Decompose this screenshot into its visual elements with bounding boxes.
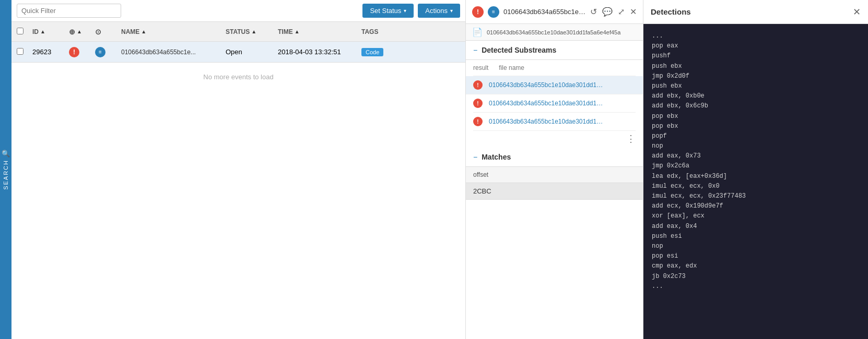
code-line: add ecx, 0x190d9e7f (652, 201, 860, 211)
row-name: 0106643db634a655bc1e... (121, 49, 226, 56)
middle-panel: ! ≡ 0106643db634a655bc1e10dae301dd1fa5a6… (466, 0, 643, 339)
detections-code-block: ...pop eaxpushfpush ebxjmp 0x2d0fpush eb… (643, 24, 868, 339)
search-icon: 🔍 (2, 150, 10, 158)
col-sev-header[interactable]: ⊕ ▲ (69, 28, 95, 36)
code-line: popf (652, 131, 860, 141)
code-line: nop (652, 241, 860, 251)
middle-header: ! ≡ 0106643db634a655bc1e10dae301dd1fa5a6… (466, 0, 643, 24)
matches-section-header: − Matches (466, 148, 643, 167)
code-line: jb 0x2c73 (652, 272, 860, 282)
set-status-caret: ▾ (404, 8, 406, 14)
col-status-header[interactable]: STATUS ▲ (226, 28, 278, 35)
substreams-collapse-icon[interactable]: − (473, 46, 477, 54)
refresh-button[interactable]: ↺ (590, 7, 597, 17)
search-tab[interactable]: 🔍 SEARCH (0, 0, 11, 339)
offset-col-label: offset (473, 171, 488, 178)
middle-action-icons: ↺ 💬 ⤢ ✕ (590, 7, 637, 17)
matches-title: Matches (482, 153, 511, 161)
substream-sev-1: ! (473, 80, 483, 90)
sev-sort-icon: ▲ (77, 29, 82, 34)
code-line: lea edx, [eax+0x36d] (652, 172, 860, 181)
col-name-header[interactable]: NAME ▲ (121, 28, 226, 35)
id-sort-icon: ▲ (40, 29, 45, 34)
col-type-header[interactable]: ⊙ (95, 28, 121, 36)
substream-name-1: 0106643db634a655bc1e10dae301dd1fa5a (489, 81, 604, 89)
sev-target-icon: ⊕ (69, 28, 75, 36)
table-header: ID ▲ ⊕ ▲ ⊙ NAME ▲ STATUS ▲ TIME ▲ (11, 22, 465, 42)
substream-row-3[interactable]: ! 0106643db634a655bc1e10dae301dd1fa5a (473, 113, 636, 131)
col-check-header (17, 28, 32, 36)
quick-filter-input[interactable] (17, 4, 121, 18)
code-line: nop (652, 141, 860, 151)
code-line: imul ecx, ecx, 0x0 (652, 181, 860, 191)
substream-name-3: 0106643db634a655bc1e10dae301dd1fa5a (489, 118, 604, 125)
col-tags-header: TAGS (361, 28, 460, 35)
col-result: result (473, 64, 488, 71)
substream-sev-2: ! (473, 99, 483, 108)
row-status: Open (226, 48, 278, 56)
code-line: push ebx (652, 62, 860, 71)
row-time: 2018-04-03 13:32:51 (278, 48, 361, 56)
detections-close-button[interactable]: ✕ (853, 6, 861, 18)
type-clock-icon: ⊙ (95, 28, 101, 36)
code-line: add ebx, 0x6c9b (652, 101, 860, 111)
row-checkbox[interactable] (17, 48, 24, 55)
right-panel: Detections ✕ ...pop eaxpushfpush ebxjmp … (643, 0, 868, 339)
code-line: pop eax (652, 41, 860, 51)
no-more-events: No more events to load (11, 63, 465, 91)
select-all-checkbox[interactable] (17, 28, 24, 34)
file-tab-name: 0106643db634a655bc1e10dae301dd1fa5a6e4ef… (487, 29, 620, 35)
middle-severity-icon: ! (472, 6, 484, 18)
substream-row-2[interactable]: ! 0106643db634a655bc1e10dae301dd1fa5a (473, 94, 636, 113)
offset-value: 2CBC (466, 183, 643, 200)
code-line: cmp eax, edx (652, 261, 860, 271)
left-panel: Set Status ▾ Actions ▾ ID ▲ ⊕ ▲ ⊙ (11, 0, 466, 339)
row-tags-cell: Code (361, 48, 460, 56)
code-line: xor [eax], ecx (652, 211, 860, 221)
set-status-button[interactable]: Set Status ▾ (362, 4, 414, 18)
tag-badge: Code (361, 48, 383, 56)
col-time-header[interactable]: TIME ▲ (278, 28, 361, 35)
code-line: imul ecx, ecx, 0x23f77483 (652, 191, 860, 201)
detections-header: Detections ✕ (643, 0, 868, 24)
comment-button[interactable]: 💬 (602, 7, 613, 17)
substreams-title: Detected Substreams (482, 46, 556, 54)
row-checkbox-cell (17, 48, 32, 56)
type-icon: ≡ (95, 47, 105, 57)
expand-button[interactable]: ⤢ (618, 7, 625, 17)
code-line: pop ebx (652, 112, 860, 122)
row-severity-cell: ! (69, 47, 95, 57)
col-id-header[interactable]: ID ▲ (32, 28, 69, 35)
time-sort-icon: ▲ (295, 29, 300, 34)
middle-close-button[interactable]: ✕ (630, 7, 637, 17)
code-line: add eax, 0x4 (652, 222, 860, 232)
offset-header: offset (466, 167, 643, 183)
table-row[interactable]: 29623 ! ≡ 0106643db634a655bc1e... Open 2… (11, 42, 465, 63)
code-line: add eax, 0x73 (652, 151, 860, 161)
col-file-name: file name (499, 64, 524, 71)
substreams-table: result file name ! 0106643db634a655bc1e1… (466, 60, 643, 131)
code-line: pop esi (652, 251, 860, 261)
code-line: push esi (652, 232, 860, 241)
status-sort-icon: ▲ (251, 29, 256, 34)
substreams-col-header: result file name (473, 60, 636, 76)
detections-title: Detections (651, 7, 691, 16)
matches-collapse-icon[interactable]: − (473, 153, 477, 161)
actions-button[interactable]: Actions ▾ (418, 4, 460, 18)
context-menu-dots[interactable]: ⋮ (626, 133, 636, 144)
row-type-cell: ≡ (95, 47, 121, 57)
code-line: ... (652, 31, 860, 41)
substream-name-2: 0106643db634a655bc1e10dae301dd1fa5a (489, 100, 604, 107)
middle-title: 0106643db634a655bc1e10dae301dd1fa5a6e4ef… (503, 8, 586, 16)
search-tab-label: SEARCH (3, 160, 9, 190)
code-line: pushf (652, 51, 860, 61)
substream-row-1[interactable]: ! 0106643db634a655bc1e10dae301dd1fa5a (466, 76, 643, 94)
substream-sev-3: ! (473, 117, 483, 126)
toolbar: Set Status ▾ Actions ▾ (11, 0, 465, 22)
code-line: ... (652, 282, 860, 292)
code-line: add ebx, 0xb0e (652, 91, 860, 101)
name-sort-icon: ▲ (141, 29, 146, 34)
file-tab[interactable]: 📄 0106643db634a655bc1e10dae301dd1fa5a6e4… (466, 24, 643, 41)
row-id: 29623 (32, 48, 69, 56)
code-line: push ebx (652, 81, 860, 91)
